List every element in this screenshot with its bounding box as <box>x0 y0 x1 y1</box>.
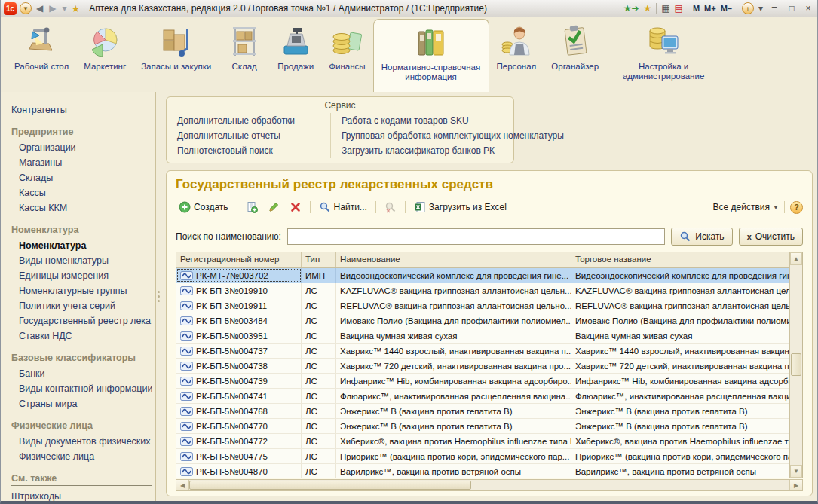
table-row[interactable]: РК-МТ-7№003702ИМНВидеоэндоскопический ко… <box>176 268 789 283</box>
sidebar-item[interactable]: Виды контактной информации <box>11 381 152 396</box>
sidebar-item[interactable]: Политики учета серий <box>11 298 152 313</box>
sidebar-item[interactable]: Штрихкоды <box>11 489 152 501</box>
ribbon-tab[interactable]: Персонал <box>489 19 544 92</box>
horizontal-scroll-track[interactable] <box>189 480 789 490</box>
sidebar-item[interactable]: Банки <box>11 366 152 381</box>
load-excel-button[interactable]: Загрузить из Excel <box>411 200 510 215</box>
sidebar-item[interactable]: Ставки НДС <box>11 328 152 344</box>
ribbon-tab[interactable]: Финансы <box>321 19 372 92</box>
ribbon-tab-label: Органайзер <box>551 62 599 72</box>
main-menu-button[interactable]: ▼ <box>20 2 32 14</box>
sidebar-item[interactable]: Организации <box>11 140 152 155</box>
back-icon[interactable]: ◀ <box>35 3 44 14</box>
table-row[interactable]: РК-БП-5№004737ЛСХаврикс™ 1440 взрослый, … <box>176 344 789 359</box>
ribbon-tab[interactable]: Органайзер <box>544 19 606 92</box>
scroll-up-icon[interactable]: ▲ <box>790 252 802 265</box>
delete-button[interactable] <box>286 200 305 215</box>
column-header[interactable]: Наименование <box>336 252 571 267</box>
memory-minus-button[interactable]: M– <box>721 4 732 13</box>
help-button[interactable]: ? <box>790 201 803 214</box>
memory-recall-button[interactable]: M <box>693 4 700 13</box>
table-row[interactable]: РК-БП-5№004772ЛСХиберикс®, вакцина проти… <box>176 434 789 449</box>
history-caret-icon[interactable]: ▾ <box>60 3 68 14</box>
table-row[interactable]: РК-БП-3№019910ЛСKAZFLUVAC® вакцина грипп… <box>176 283 789 298</box>
ribbon-tab[interactable]: Нормативно-справочная информация <box>373 19 489 92</box>
sidebar-item[interactable]: Виды документов физических ... <box>11 434 152 449</box>
create-button[interactable]: Создать <box>176 200 231 215</box>
table-row[interactable]: РК-БП-5№004738ЛСХаврикс™ 720 детский, ин… <box>176 359 789 374</box>
scroll-down-icon[interactable]: ▼ <box>790 465 802 478</box>
sidebar-item[interactable]: Номенклатура <box>11 238 152 253</box>
add-to-favorites-icon[interactable]: ★➔ <box>623 3 639 14</box>
ribbon-tab[interactable]: Склад <box>219 19 270 92</box>
search-input[interactable] <box>287 228 665 245</box>
table-row[interactable]: РК-БП-5№004768ЛСЭнжерикс™ В (вакцина про… <box>176 404 789 419</box>
favorites-star-icon[interactable]: ★ <box>72 3 81 14</box>
sidebar-item[interactable]: Кассы <box>11 185 152 200</box>
service-panel-title: Сервис <box>167 99 513 113</box>
table-row[interactable]: РК-БП-5№003484ЛСИмовакс Полио (Вакцина д… <box>176 313 789 328</box>
close-button[interactable]: × <box>802 3 814 14</box>
memory-plus-button[interactable]: M+ <box>704 4 716 13</box>
sidebar-item[interactable]: Номенклатурные группы <box>11 283 152 298</box>
column-header[interactable]: Торговое название <box>571 252 789 267</box>
edit-button[interactable] <box>265 200 283 215</box>
table-row[interactable]: РК-БП-5№003951ЛСВакцина чумная живая сух… <box>176 328 789 344</box>
column-header[interactable]: Тип <box>302 252 336 267</box>
ribbon-tab[interactable]: Настройка и администрирование <box>606 19 721 92</box>
table-row[interactable]: РК-БП-5№004739ЛСИнфанрикс™ Hib, комбинир… <box>176 374 789 389</box>
copy-button[interactable] <box>243 200 261 215</box>
trade-name-cell: Инфанрикс™ Hib, комбинированная вакцина … <box>571 374 789 388</box>
service-link[interactable]: Загрузить классификатор банков РК <box>342 143 564 158</box>
sidebar-item[interactable]: Склады <box>11 170 152 185</box>
table-row[interactable]: РК-БП-5№004775ЛСПриорикс™ (вакцина проти… <box>176 449 789 464</box>
vertical-scroll-thumb[interactable] <box>791 353 801 376</box>
sidebar-group-header: Базовые классификаторы <box>11 353 152 363</box>
all-actions-button[interactable]: Все действия ▼ <box>713 202 779 212</box>
service-link[interactable]: Работа с кодами товаров SKU <box>342 113 564 128</box>
toolbar: Создать Найти... <box>176 198 803 216</box>
vertical-scroll-track[interactable] <box>790 265 802 465</box>
sidebar-item[interactable]: Государственный реестр лека... <box>11 313 152 328</box>
sidebar-item[interactable]: Магазины <box>11 155 152 170</box>
minimize-button[interactable]: – <box>767 3 781 14</box>
service-link[interactable]: Групповая обработка комплектующих номенк… <box>342 128 564 143</box>
clear-button[interactable]: x Очистить <box>739 228 803 246</box>
ribbon-tab[interactable]: Маркетинг <box>76 19 133 92</box>
forward-icon[interactable]: ▶ <box>47 3 57 14</box>
sidebar-item[interactable]: Единицы измерения <box>11 268 152 283</box>
ribbon-tab[interactable]: Рабочий стол <box>7 19 76 92</box>
service-link[interactable]: Полнотекстовый поиск <box>177 143 323 158</box>
horizontal-scroll-thumb[interactable] <box>189 481 471 490</box>
search-button[interactable]: Искать <box>671 228 732 246</box>
sidebar-splitter[interactable] <box>156 92 161 501</box>
info-caret-icon[interactable]: ▾ <box>758 3 763 14</box>
sidebar-item[interactable]: Виды номенклатуры <box>11 253 152 268</box>
find-button[interactable]: Найти... <box>316 200 370 215</box>
sidebar-item[interactable]: Страны мира <box>11 396 152 411</box>
ribbon-tab-label: Настройка и администрирование <box>614 62 713 81</box>
table-row[interactable]: РК-БП-3№019911ЛСREFLUVAC® вакцина гриппо… <box>176 298 789 313</box>
service-link[interactable]: Дополнительные обработки <box>177 113 323 128</box>
table-row[interactable]: РК-БП-5№004741ЛСФлюарикс™, инактивирован… <box>176 389 789 404</box>
info-icon[interactable]: i <box>742 2 754 14</box>
add-icon <box>179 201 191 213</box>
calendar-icon[interactable]: ▤ <box>675 3 683 14</box>
divider <box>784 201 785 213</box>
clear-find-button[interactable] <box>381 200 400 215</box>
ribbon-tab[interactable]: Запасы и закупки <box>133 19 219 92</box>
sidebar-item[interactable]: Кассы ККМ <box>11 200 152 215</box>
service-link[interactable]: Дополнительные отчеты <box>177 128 323 143</box>
calculator-icon[interactable]: ▦ <box>661 3 669 14</box>
scroll-left-icon[interactable]: ◀ <box>176 480 189 490</box>
table-row[interactable]: РК-БП-5№004870ЛСВарилрикс™, вакцина прот… <box>176 464 789 478</box>
sidebar-item[interactable]: Физические лица <box>11 449 152 464</box>
ribbon-tab[interactable]: Продажи <box>270 19 321 92</box>
scroll-right-icon[interactable]: ▶ <box>789 480 802 490</box>
table-row[interactable]: РК-БП-5№004770ЛСЭнжерикс™ В (вакцина про… <box>176 419 789 434</box>
column-header[interactable]: Регистрационный номер <box>176 252 302 267</box>
sidebar-item[interactable]: Контрагенты <box>11 102 152 118</box>
maximize-button[interactable]: □ <box>786 3 798 14</box>
divider <box>656 3 657 14</box>
favorites-icon[interactable]: ★ <box>643 3 651 14</box>
